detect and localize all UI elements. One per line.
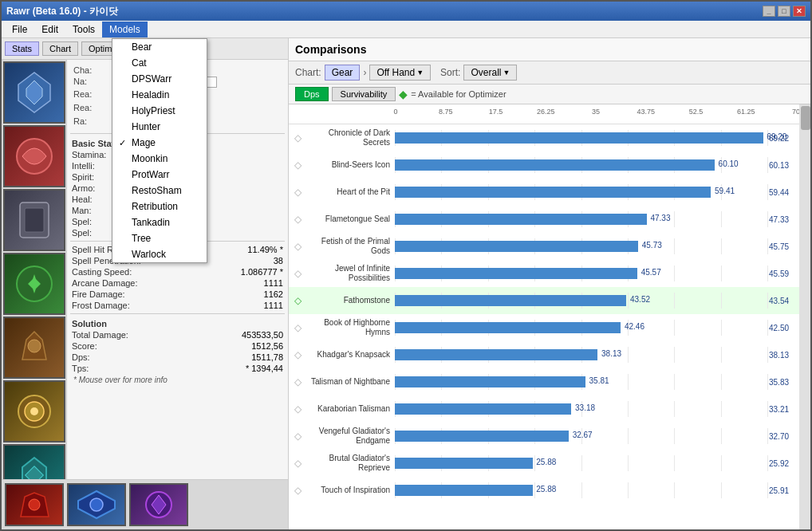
chart-bar-value: 45.73 xyxy=(642,241,662,250)
dropdown-item-hunter[interactable]: Hunter xyxy=(112,119,207,135)
chart-row[interactable]: ◇Talisman of Nightbane35.8135.83 xyxy=(289,368,799,395)
bottom-thumb-2[interactable] xyxy=(67,483,126,526)
tab-stats[interactable]: Stats xyxy=(5,41,39,56)
dropdown-item-cat[interactable]: Cat xyxy=(112,55,207,71)
chart-offhand-button[interactable]: Off Hand ▼ xyxy=(369,65,431,81)
chart-bar-value: 47.33 xyxy=(650,214,670,222)
dropdown-item-tankadin[interactable]: Tankadin xyxy=(112,214,207,230)
chart-bar-area: 33.18 xyxy=(395,401,767,417)
chart-bar-dps xyxy=(395,376,585,387)
chart-row-label: Flametongue Seal xyxy=(303,214,395,224)
chart-bar-dps xyxy=(395,159,715,171)
slot-item-5[interactable] xyxy=(3,317,65,379)
chart-bar-area: 35.81 xyxy=(395,374,767,390)
minimize-button[interactable]: _ xyxy=(763,6,775,17)
menu-edit[interactable]: Edit xyxy=(34,22,65,37)
dropdown-item-retribution[interactable]: Retribution xyxy=(112,199,207,214)
menu-tools[interactable]: Tools xyxy=(65,22,102,37)
chart-value-display: 35.83 xyxy=(767,378,796,387)
chart-bar-area: 45.57 xyxy=(395,266,767,281)
menu-file[interactable]: File xyxy=(5,22,34,37)
chart-bar-value: 35.81 xyxy=(589,376,609,385)
slot-item-3[interactable] xyxy=(3,189,65,251)
chart-value-display: 59.44 xyxy=(767,188,796,197)
chart-row[interactable]: ◇Heart of the Pit59.4159.44 xyxy=(289,179,799,206)
dropdown-item-healadin[interactable]: Healadin xyxy=(112,87,207,103)
chart-bar-value: 43.52 xyxy=(630,295,650,304)
chart-value-display: 42.50 xyxy=(767,324,796,332)
chart-row-label: Chronicle of Dark Secrets xyxy=(303,128,395,148)
chart-value-display: 45.75 xyxy=(767,242,796,251)
right-panel: Comparisons Chart: Gear › Off Hand ▼ Sor… xyxy=(289,38,810,529)
chart-row[interactable]: ◇Chronicle of Dark Secrets69.2069.22 xyxy=(289,124,799,151)
row-diamond-icon: ◇ xyxy=(292,159,303,171)
svg-point-4 xyxy=(28,340,41,352)
chart-bar-area: 47.33 xyxy=(395,211,767,227)
chart-bar-dps xyxy=(395,187,711,198)
row-diamond-icon: ◇ xyxy=(292,376,303,387)
chart-scrollbar[interactable] xyxy=(799,104,810,529)
sort-overall-button[interactable]: Overall ▼ xyxy=(463,65,517,81)
chart-row-label: Touch of Inspiration xyxy=(303,486,395,495)
svg-point-7 xyxy=(30,407,38,415)
bottom-thumb-3[interactable] xyxy=(129,483,188,526)
window-title: Rawr (Beta 16.0) - 카이닷 xyxy=(6,5,118,18)
chart-row-label: Brutal Gladiator's Reprieve xyxy=(303,454,395,473)
chart-row[interactable]: ◇Karaborian Talisman33.1833.21 xyxy=(289,395,799,423)
chart-gear-button[interactable]: Gear xyxy=(325,65,361,81)
chart-row-label: Karaborian Talisman xyxy=(303,404,395,414)
chart-value-display: 32.70 xyxy=(767,432,796,441)
dropdown-item-dpswarr[interactable]: DPSWarr xyxy=(112,71,207,87)
chart-row[interactable]: ◇Fathomstone43.5243.54 xyxy=(289,287,799,314)
chart-row[interactable]: ◇Jewel of Infinite Possibilities45.5745.… xyxy=(289,260,799,287)
tab-dps[interactable]: Dps xyxy=(295,87,329,101)
row-diamond-icon: ◇ xyxy=(292,349,303,360)
chart-value-display: 45.59 xyxy=(767,269,796,278)
stat-score: Score: 1512,56 xyxy=(70,340,285,352)
models-dropdown: Bear Cat DPSWarr Healadin HolyPriest Hun… xyxy=(112,38,207,263)
chart-row[interactable]: ◇Touch of Inspiration25.8825.91 xyxy=(289,477,799,504)
chart-bar-value: 25.88 xyxy=(536,485,556,494)
chart-bar-value: 32.67 xyxy=(573,431,593,439)
chart-row[interactable]: ◇Vengeful Gladiator's Endgame32.6732.70 xyxy=(289,423,799,450)
stat-casting-speed: Casting Speed: 1.086777 * xyxy=(70,266,285,277)
tab-survivability[interactable]: Survivability xyxy=(332,87,396,101)
dropdown-item-moonkin[interactable]: Moonkin xyxy=(112,151,207,167)
maximize-button[interactable]: □ xyxy=(778,6,790,17)
stat-frost-dmg: Frost Damage: 1111 xyxy=(70,300,285,311)
slot-item-6[interactable] xyxy=(3,380,65,442)
dropdown-item-restosham[interactable]: RestoSham xyxy=(112,183,207,199)
slot-item-2[interactable] xyxy=(3,125,65,187)
dropdown-item-holypriest[interactable]: HolyPriest xyxy=(112,103,207,119)
chart-row[interactable]: ◇Khadgar's Knapsack38.1338.13 xyxy=(289,341,799,368)
chart-bar-dps xyxy=(395,431,569,442)
chart-row[interactable]: ◇Fetish of the Primal Gods45.7345.75 xyxy=(289,233,799,260)
dropdown-item-protwarr[interactable]: ProtWarr xyxy=(112,167,207,183)
chart-row[interactable]: ◇Flametongue Seal47.3347.33 xyxy=(289,206,799,233)
row-diamond-icon: ◇ xyxy=(292,485,303,496)
slot-item-1[interactable] xyxy=(3,61,65,124)
svg-point-11 xyxy=(90,498,103,511)
chart-bar-dps xyxy=(395,322,621,333)
row-diamond-icon: ◇ xyxy=(292,268,303,279)
chart-row[interactable]: ◇Brutal Gladiator's Reprieve25.8825.92 xyxy=(289,450,799,477)
bottom-thumb-1[interactable] xyxy=(5,483,64,526)
menu-models[interactable]: Models xyxy=(102,22,148,37)
divider-3 xyxy=(70,313,285,314)
dropdown-item-warlock[interactable]: Warlock xyxy=(112,246,207,262)
row-diamond-icon: ◇ xyxy=(292,187,303,198)
tab-chart[interactable]: Chart xyxy=(42,41,78,56)
chart-bar-dps xyxy=(395,458,533,469)
chart-bar-value: 25.88 xyxy=(536,458,556,466)
dropdown-item-mage[interactable]: Mage xyxy=(112,135,207,151)
chart-row[interactable]: ◇Blind-Seers Icon60.1060.13 xyxy=(289,151,799,179)
chart-bar-area: 38.13 xyxy=(395,347,767,363)
chart-bar-dps xyxy=(395,485,533,496)
close-button[interactable]: ✕ xyxy=(793,6,806,17)
slot-item-4[interactable] xyxy=(3,253,65,315)
dropdown-item-bear[interactable]: Bear xyxy=(112,39,207,55)
chart-row[interactable]: ◇Book of Highborne Hymns42.4642.50 xyxy=(289,314,799,341)
svg-point-9 xyxy=(29,499,40,510)
slot-item-7[interactable] xyxy=(3,444,65,479)
dropdown-item-tree[interactable]: Tree xyxy=(112,230,207,246)
